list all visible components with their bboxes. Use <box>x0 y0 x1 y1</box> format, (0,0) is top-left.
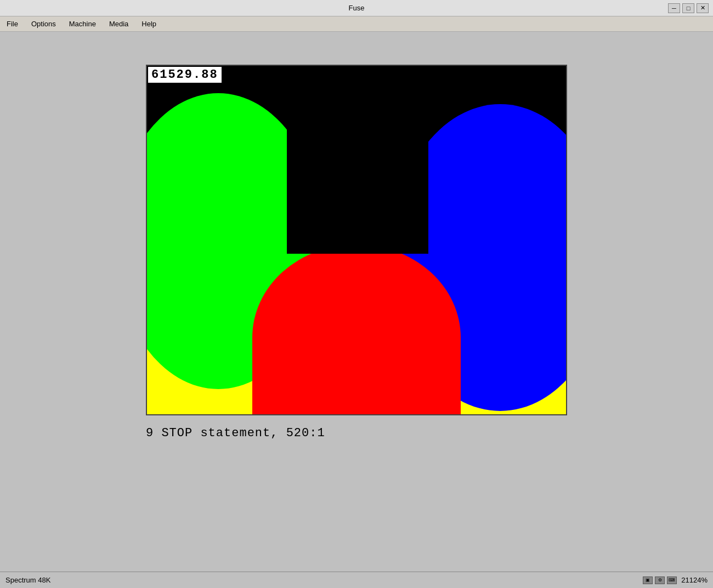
system-icons: ▣ ⚙ ⌨ <box>643 576 677 584</box>
spectrum-screen: 61529.88 <box>146 65 567 415</box>
status-right-area: ▣ ⚙ ⌨ 21124% <box>643 576 708 584</box>
maximize-icon: □ <box>687 5 691 12</box>
close-icon: ✕ <box>700 4 705 12</box>
menu-options[interactable]: Options <box>27 19 60 29</box>
keyboard-icon: ⌨ <box>667 576 677 584</box>
black-overlay <box>287 66 428 254</box>
menu-help[interactable]: Help <box>137 19 161 29</box>
title-bar: Fuse ─ □ ✕ <box>0 0 713 16</box>
window-controls: ─ □ ✕ <box>668 3 709 13</box>
maximize-button[interactable]: □ <box>682 3 694 13</box>
minimize-button[interactable]: ─ <box>668 3 680 13</box>
menu-file[interactable]: File <box>2 19 22 29</box>
status-text: 9 STOP statement, 520:1 <box>146 426 567 440</box>
spectrum-model: Spectrum 48K <box>5 576 50 584</box>
zoom-level: 21124% <box>681 576 708 584</box>
menu-machine[interactable]: Machine <box>65 19 100 29</box>
close-button[interactable]: ✕ <box>697 3 709 13</box>
main-content: 61529.88 9 STOP statement, 520:1 <box>0 32 713 572</box>
screen-container: 61529.88 9 STOP statement, 520:1 <box>146 65 567 415</box>
window-title: Fuse <box>349 4 365 12</box>
joystick-icon: ⚙ <box>655 576 665 584</box>
status-bar: Spectrum 48K ▣ ⚙ ⌨ 21124% <box>0 572 713 588</box>
tape-icon: ▣ <box>643 576 653 584</box>
menu-media[interactable]: Media <box>105 19 133 29</box>
number-display: 61529.88 <box>148 67 222 83</box>
minimize-icon: ─ <box>672 5 676 12</box>
menu-bar: File Options Machine Media Help <box>0 16 713 32</box>
